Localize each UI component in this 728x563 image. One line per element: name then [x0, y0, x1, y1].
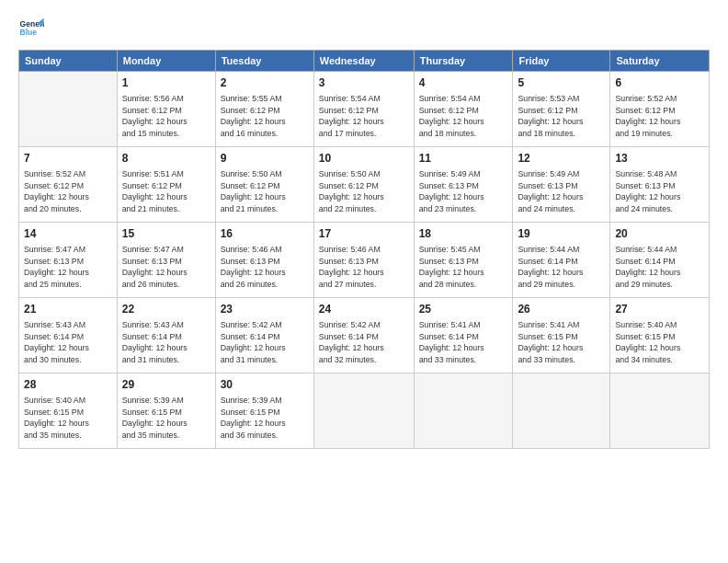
col-header-saturday: Saturday: [610, 51, 710, 72]
week-row-2: 7Sunrise: 5:52 AM Sunset: 6:12 PM Daylig…: [19, 147, 710, 223]
day-info: Sunrise: 5:50 AM Sunset: 6:12 PM Dayligh…: [319, 168, 409, 215]
day-info: Sunrise: 5:40 AM Sunset: 6:15 PM Dayligh…: [615, 319, 704, 366]
day-number: 16: [221, 226, 309, 242]
day-cell: 8Sunrise: 5:51 AM Sunset: 6:12 PM Daylig…: [117, 147, 215, 223]
day-number: 28: [24, 377, 112, 393]
day-cell: 14Sunrise: 5:47 AM Sunset: 6:13 PM Dayli…: [19, 223, 118, 298]
day-cell: 19Sunrise: 5:44 AM Sunset: 6:14 PM Dayli…: [513, 223, 610, 298]
day-info: Sunrise: 5:46 AM Sunset: 6:13 PM Dayligh…: [221, 244, 309, 291]
day-cell: [513, 373, 610, 449]
day-number: 3: [319, 75, 409, 91]
col-header-friday: Friday: [513, 51, 610, 72]
week-row-1: 1Sunrise: 5:56 AM Sunset: 6:12 PM Daylig…: [19, 72, 710, 147]
day-cell: 11Sunrise: 5:49 AM Sunset: 6:13 PM Dayli…: [414, 147, 513, 223]
day-cell: 20Sunrise: 5:44 AM Sunset: 6:14 PM Dayli…: [610, 223, 710, 298]
day-info: Sunrise: 5:54 AM Sunset: 6:12 PM Dayligh…: [419, 93, 508, 140]
week-row-5: 28Sunrise: 5:40 AM Sunset: 6:15 PM Dayli…: [19, 373, 710, 449]
day-cell: 30Sunrise: 5:39 AM Sunset: 6:15 PM Dayli…: [215, 373, 313, 449]
day-cell: 27Sunrise: 5:40 AM Sunset: 6:15 PM Dayli…: [610, 298, 710, 373]
day-info: Sunrise: 5:43 AM Sunset: 6:14 PM Dayligh…: [122, 319, 210, 366]
day-cell: 26Sunrise: 5:41 AM Sunset: 6:15 PM Dayli…: [513, 298, 610, 373]
day-number: 7: [24, 151, 112, 167]
day-cell: 22Sunrise: 5:43 AM Sunset: 6:14 PM Dayli…: [117, 298, 215, 373]
day-info: Sunrise: 5:40 AM Sunset: 6:15 PM Dayligh…: [24, 395, 112, 442]
day-number: 1: [122, 75, 210, 91]
day-cell: 23Sunrise: 5:42 AM Sunset: 6:14 PM Dayli…: [215, 298, 313, 373]
day-number: 4: [419, 75, 508, 91]
day-cell: [610, 373, 710, 449]
day-cell: 6Sunrise: 5:52 AM Sunset: 6:12 PM Daylig…: [610, 72, 710, 147]
col-header-wednesday: Wednesday: [313, 51, 414, 72]
day-number: 10: [319, 151, 409, 167]
calendar-table: SundayMondayTuesdayWednesdayThursdayFrid…: [18, 50, 710, 449]
day-info: Sunrise: 5:41 AM Sunset: 6:15 PM Dayligh…: [518, 319, 605, 366]
day-cell: 16Sunrise: 5:46 AM Sunset: 6:13 PM Dayli…: [215, 223, 313, 298]
day-number: 13: [615, 151, 704, 167]
day-info: Sunrise: 5:44 AM Sunset: 6:14 PM Dayligh…: [518, 244, 605, 291]
day-number: 30: [221, 377, 309, 393]
day-cell: 13Sunrise: 5:48 AM Sunset: 6:13 PM Dayli…: [610, 147, 710, 223]
day-info: Sunrise: 5:49 AM Sunset: 6:13 PM Dayligh…: [419, 168, 508, 215]
day-info: Sunrise: 5:47 AM Sunset: 6:13 PM Dayligh…: [24, 244, 112, 291]
day-cell: 2Sunrise: 5:55 AM Sunset: 6:12 PM Daylig…: [215, 72, 313, 147]
day-cell: 28Sunrise: 5:40 AM Sunset: 6:15 PM Dayli…: [19, 373, 118, 449]
day-cell: [414, 373, 513, 449]
day-info: Sunrise: 5:55 AM Sunset: 6:12 PM Dayligh…: [221, 93, 309, 140]
svg-text:Blue: Blue: [20, 28, 38, 37]
day-cell: 3Sunrise: 5:54 AM Sunset: 6:12 PM Daylig…: [313, 72, 414, 147]
day-number: 23: [221, 302, 309, 317]
day-cell: [313, 373, 414, 449]
day-info: Sunrise: 5:54 AM Sunset: 6:12 PM Dayligh…: [319, 93, 409, 140]
day-number: 9: [221, 151, 309, 167]
day-info: Sunrise: 5:56 AM Sunset: 6:12 PM Dayligh…: [122, 93, 210, 140]
day-cell: 9Sunrise: 5:50 AM Sunset: 6:12 PM Daylig…: [215, 147, 313, 223]
day-info: Sunrise: 5:51 AM Sunset: 6:12 PM Dayligh…: [122, 168, 210, 215]
day-number: 26: [518, 302, 605, 317]
day-number: 11: [419, 151, 508, 167]
day-cell: 15Sunrise: 5:47 AM Sunset: 6:13 PM Dayli…: [117, 223, 215, 298]
day-cell: 10Sunrise: 5:50 AM Sunset: 6:12 PM Dayli…: [313, 147, 414, 223]
header-row: SundayMondayTuesdayWednesdayThursdayFrid…: [19, 51, 710, 72]
day-info: Sunrise: 5:50 AM Sunset: 6:12 PM Dayligh…: [221, 168, 309, 215]
day-number: 19: [518, 226, 605, 242]
day-info: Sunrise: 5:41 AM Sunset: 6:14 PM Dayligh…: [419, 319, 508, 366]
day-cell: 17Sunrise: 5:46 AM Sunset: 6:13 PM Dayli…: [313, 223, 414, 298]
day-number: 18: [419, 226, 508, 242]
day-cell: 7Sunrise: 5:52 AM Sunset: 6:12 PM Daylig…: [19, 147, 118, 223]
day-number: 21: [24, 302, 112, 317]
day-info: Sunrise: 5:49 AM Sunset: 6:13 PM Dayligh…: [518, 168, 605, 215]
col-header-monday: Monday: [117, 51, 215, 72]
week-row-4: 21Sunrise: 5:43 AM Sunset: 6:14 PM Dayli…: [19, 298, 710, 373]
day-info: Sunrise: 5:47 AM Sunset: 6:13 PM Dayligh…: [122, 244, 210, 291]
day-number: 24: [319, 302, 409, 317]
day-number: 29: [122, 377, 210, 393]
day-number: 14: [24, 226, 112, 242]
day-info: Sunrise: 5:52 AM Sunset: 6:12 PM Dayligh…: [24, 168, 112, 215]
logo-icon: General Blue: [18, 17, 44, 42]
day-info: Sunrise: 5:39 AM Sunset: 6:15 PM Dayligh…: [122, 395, 210, 442]
day-info: Sunrise: 5:45 AM Sunset: 6:13 PM Dayligh…: [419, 244, 508, 291]
day-number: 17: [319, 226, 409, 242]
page: General Blue SundayMondayTuesdayWednesda…: [0, 0, 728, 563]
col-header-sunday: Sunday: [19, 51, 118, 72]
day-cell: 12Sunrise: 5:49 AM Sunset: 6:13 PM Dayli…: [513, 147, 610, 223]
day-number: 8: [122, 151, 210, 167]
day-number: 22: [122, 302, 210, 317]
day-cell: 25Sunrise: 5:41 AM Sunset: 6:14 PM Dayli…: [414, 298, 513, 373]
col-header-tuesday: Tuesday: [215, 51, 313, 72]
day-info: Sunrise: 5:53 AM Sunset: 6:12 PM Dayligh…: [518, 93, 605, 140]
day-cell: 18Sunrise: 5:45 AM Sunset: 6:13 PM Dayli…: [414, 223, 513, 298]
day-number: 27: [615, 302, 704, 317]
day-cell: 24Sunrise: 5:42 AM Sunset: 6:14 PM Dayli…: [313, 298, 414, 373]
day-info: Sunrise: 5:52 AM Sunset: 6:12 PM Dayligh…: [615, 93, 704, 140]
day-cell: [19, 72, 118, 147]
day-cell: 5Sunrise: 5:53 AM Sunset: 6:12 PM Daylig…: [513, 72, 610, 147]
day-info: Sunrise: 5:39 AM Sunset: 6:15 PM Dayligh…: [221, 395, 309, 442]
day-number: 25: [419, 302, 508, 317]
logo: General Blue: [18, 17, 44, 42]
day-number: 20: [615, 226, 704, 242]
header: General Blue: [18, 17, 710, 42]
day-number: 2: [221, 75, 309, 91]
day-info: Sunrise: 5:44 AM Sunset: 6:14 PM Dayligh…: [615, 244, 704, 291]
day-number: 6: [615, 75, 704, 91]
